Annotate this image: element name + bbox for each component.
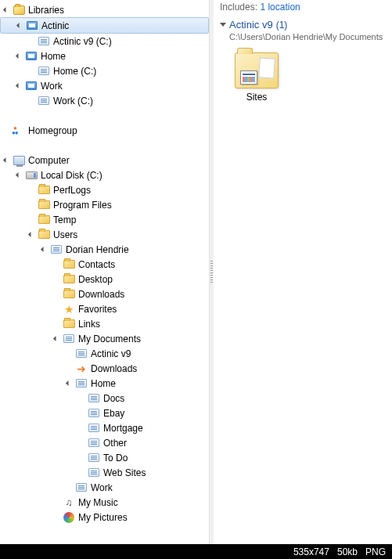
tree-item-label: Favorites <box>78 304 117 315</box>
tree-item[interactable]: Libraries <box>0 2 209 17</box>
library-item-icon <box>25 50 38 63</box>
expander-none <box>52 305 60 313</box>
expander-none <box>27 67 35 75</box>
expander-none <box>52 260 60 269</box>
tree-item[interactable]: ★Favorites <box>0 301 209 316</box>
content-pane[interactable]: Includes: 1 location Actinic v9 (1) C:\U… <box>214 0 392 544</box>
expander-open-icon[interactable] <box>39 245 48 254</box>
music-ico-icon: ♫ <box>63 496 75 509</box>
tree-item[interactable]: Home <box>0 49 209 63</box>
tree-item-label: Web Sites <box>103 467 146 478</box>
item-grid: Sites <box>220 52 386 103</box>
folder-ico-icon <box>63 288 75 301</box>
tree-item-label: Contacts <box>78 259 115 270</box>
tree-item-label: Ebay <box>103 408 124 419</box>
expander-none <box>52 290 60 298</box>
tree-item[interactable]: Desktop <box>0 272 209 287</box>
tree-item-label: Home <box>41 51 66 62</box>
tree-item[interactable]: Program Files <box>0 197 209 212</box>
tree-item[interactable]: Contacts <box>0 257 209 272</box>
tree-item[interactable]: Actinic v9 (C:) <box>0 34 209 49</box>
tree-item[interactable]: Local Disk (C:) <box>0 168 209 182</box>
expander-none <box>52 319 60 328</box>
tree-item-label: Dorian Hendrie <box>66 244 129 255</box>
tree-item[interactable]: To Do <box>0 450 209 465</box>
tree-item[interactable]: My Documents <box>0 331 209 346</box>
tree-item[interactable]: Actinic v9 <box>0 346 209 361</box>
tree-item[interactable]: Work <box>0 78 209 93</box>
location-ico-icon <box>50 243 63 256</box>
location-ico-icon <box>38 35 50 48</box>
tree-item-label: Docs <box>103 393 124 404</box>
folder-ico-icon <box>38 199 50 211</box>
folder-ico-icon <box>38 214 50 226</box>
expander-open-icon[interactable] <box>2 156 10 164</box>
group-path: C:\Users\Dorian Hendrie\My Documents <box>229 32 386 41</box>
expander-none <box>77 394 85 402</box>
tree-item[interactable]: ➜Downloads <box>0 361 209 376</box>
expander-open-icon[interactable] <box>52 334 60 343</box>
location-ico-icon <box>88 452 100 464</box>
expander-none <box>52 513 60 521</box>
expander-none <box>27 37 35 45</box>
tree-item-label: Computer <box>28 155 70 166</box>
expander-open-icon[interactable] <box>14 81 23 90</box>
splitter-handle[interactable] <box>210 0 214 544</box>
expander-open-icon[interactable] <box>27 230 35 239</box>
navigation-pane[interactable]: LibrariesActinicActinic v9 (C:)HomeHome … <box>0 0 210 544</box>
tree-item[interactable]: Work <box>0 480 209 495</box>
expander-none <box>27 96 35 105</box>
folder-item-sites[interactable]: Sites <box>229 52 284 103</box>
tree-item[interactable]: Docs <box>0 391 209 406</box>
tree-item[interactable]: Temp <box>0 212 209 227</box>
expander-none <box>77 424 85 432</box>
tree-item[interactable]: PerfLogs <box>0 182 209 197</box>
location-ico-icon <box>88 392 100 405</box>
tree-item[interactable]: Work (C:) <box>0 93 209 108</box>
folder-ico-icon <box>38 229 50 241</box>
tree-item-label: Local Disk (C:) <box>41 170 102 181</box>
expander-open-icon[interactable] <box>14 171 23 179</box>
tree-item[interactable]: Other <box>0 435 209 450</box>
tree-item[interactable]: ♫My Music <box>0 495 209 510</box>
tree-item-label: Other <box>103 438 127 449</box>
tree-item[interactable]: My Pictures <box>0 510 209 525</box>
expander-none <box>77 409 85 417</box>
library-root-icon <box>13 4 25 16</box>
tree-item[interactable]: Links <box>0 316 209 331</box>
expander-open-icon[interactable] <box>2 5 10 14</box>
tree-item[interactable]: Actinic <box>0 17 209 34</box>
includes-link[interactable]: 1 location <box>260 2 300 13</box>
tree-item-label: Home (C:) <box>53 66 96 77</box>
status-dimensions: 535x747 <box>293 546 329 557</box>
tree-item[interactable]: Downloads <box>0 287 209 301</box>
collapse-icon[interactable] <box>220 23 226 27</box>
group-header[interactable]: Actinic v9 (1) <box>220 19 386 31</box>
tree-item-label: My Documents <box>78 334 141 344</box>
computer-ico-icon <box>13 154 25 167</box>
expander-open-icon[interactable] <box>14 52 23 60</box>
tree-item[interactable]: Users <box>0 227 209 242</box>
tree-item[interactable]: Computer <box>0 153 209 168</box>
expander-open-icon[interactable] <box>64 379 73 388</box>
location-ico-icon <box>38 95 50 107</box>
tree-item[interactable]: Ebay <box>0 406 209 420</box>
tree-item-label: Work <box>91 482 113 493</box>
tree-item[interactable]: Dorian Hendrie <box>0 242 209 257</box>
expander-none <box>27 215 35 224</box>
tree-item[interactable]: Homegroup <box>0 123 209 138</box>
tree-item[interactable]: Web Sites <box>0 465 209 480</box>
expander-open-icon[interactable] <box>15 21 23 30</box>
tree-item[interactable]: Home (C:) <box>0 63 209 78</box>
folder-ico-icon <box>63 273 75 286</box>
location-ico-icon <box>75 348 88 360</box>
tree-item-label: Actinic v9 <box>91 348 131 359</box>
tree-item-label: Mortgage <box>103 423 143 434</box>
drive-ico-icon <box>25 169 38 182</box>
tree-item-label: Work (C:) <box>53 96 93 106</box>
location-ico-icon <box>75 481 88 494</box>
tree-item[interactable]: Home <box>0 376 209 391</box>
folder-ico-icon <box>63 258 75 271</box>
tree-item[interactable]: Mortgage <box>0 420 209 435</box>
favorites-ico-icon: ★ <box>63 303 75 316</box>
